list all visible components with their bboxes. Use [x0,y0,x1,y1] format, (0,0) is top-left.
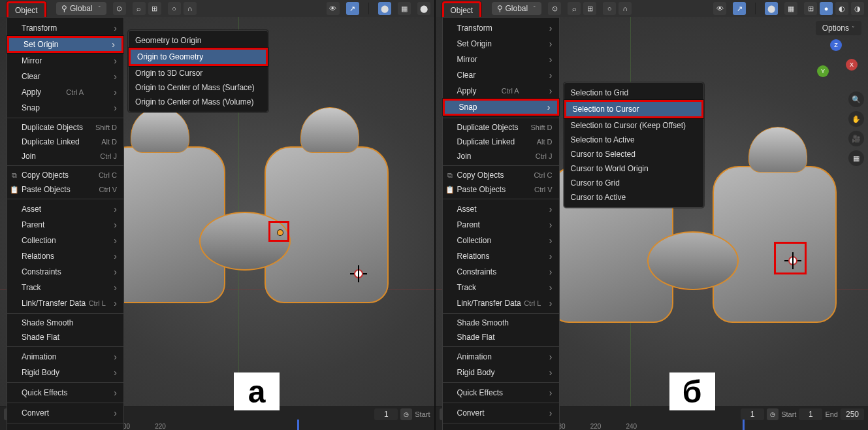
menu-item[interactable]: Relations [443,248,559,264]
menu-item[interactable]: Quick Effects [7,385,123,401]
menu-item[interactable]: Link/Transfer DataCtrl L [443,295,559,311]
menu-item[interactable]: Mirror [7,53,123,69]
menu-item[interactable]: Origin to Center of Mass (Surface) [129,80,268,95]
menu-item[interactable]: Rigid Body [443,365,559,380]
menu-item[interactable]: Mirror [443,52,559,67]
menu-item[interactable]: Show/Hide [7,425,123,430]
hand-icon[interactable]: ✋ [848,111,864,127]
menu-item[interactable]: Parent [443,217,559,233]
menu-item[interactable]: Selection to Active [564,133,703,147]
menu-item[interactable]: Collection [443,233,559,248]
menu-item[interactable]: Cursor to Selected [564,147,703,161]
gizmo-x[interactable]: X [846,59,858,71]
visibility-icon[interactable]: 👁 [327,2,340,15]
orientation-dropdown[interactable]: ⚲Global [492,2,542,15]
wireframe-icon[interactable]: ⊞ [804,2,817,15]
menu-item[interactable]: Convert [7,405,123,421]
menu-item[interactable]: Shade Flat [443,330,559,344]
menu-item[interactable]: Constraints [443,264,559,280]
visibility-icon[interactable]: 👁 [713,2,726,15]
menu-item[interactable]: Asset [443,201,559,217]
timeline-playhead[interactable] [297,420,299,430]
camera-icon[interactable]: 🎥 [848,131,864,146]
menu-item[interactable]: ⧉Copy ObjectsCtrl C [443,168,559,182]
menu-item[interactable]: Geometry to Origin [129,33,268,48]
overlay-toggle[interactable]: ⬤ [378,2,391,15]
menu-item[interactable]: Shade Smooth [443,316,559,330]
menu-item[interactable]: ⧉Copy ObjectsCtrl C [7,168,123,182]
menu-item[interactable]: Link/Transfer DataCtrl L [7,295,123,311]
perspective-icon[interactable]: ▦ [848,150,864,166]
menu-item[interactable]: Origin to 3D Cursor [129,66,268,80]
menu-item[interactable]: Rigid Body [7,365,123,380]
xray-icon[interactable]: ▦ [398,2,411,15]
menu-item[interactable]: Cursor to Active [564,190,703,205]
menu-item[interactable]: Quick Effects [443,385,559,401]
menu-item[interactable]: 📋Paste ObjectsCtrl V [443,182,559,197]
start-field[interactable]: 1 [799,408,822,420]
nav-gizmo[interactable]: Z Y X [817,39,856,78]
menu-item[interactable]: Selection to Cursor (Keep Offset) [564,118,703,133]
menu-item[interactable]: Duplicate LinkedAlt D [443,135,559,149]
menu-item[interactable]: Snap [7,100,123,116]
shading-icon[interactable]: ⬤ [417,2,430,15]
menu-item[interactable]: 📋Paste ObjectsCtrl V [7,182,123,197]
menu-item[interactable]: Constraints [7,264,123,280]
snap-toggle[interactable]: ⌕ [133,2,146,15]
menu-item[interactable]: Cursor to Grid [564,176,703,190]
menu-item[interactable]: Transform [443,20,559,36]
menu-item[interactable]: Asset [7,201,123,217]
menu-item[interactable]: Transform [7,20,123,36]
xray-icon[interactable]: ▦ [784,2,797,15]
pivot-icon[interactable]: ⊙ [548,2,561,15]
gizmo-y[interactable]: Y [817,65,829,77]
menu-item[interactable]: Clear [7,69,123,84]
options-dropdown[interactable]: Options [816,21,861,35]
menu-item[interactable]: Cursor to World Origin [564,161,703,176]
menu-item[interactable]: Duplicate ObjectsShift D [7,120,123,135]
orientation-dropdown[interactable]: ⚲Global [56,2,106,15]
proportional-edit-icon[interactable]: ○ [603,2,616,15]
menu-item[interactable]: Animation [443,349,559,365]
menu-item[interactable]: Selection to Cursor [564,100,703,118]
falloff-icon[interactable]: ∩ [184,2,197,15]
gizmo-toggle[interactable]: ↗ [346,2,359,15]
menu-item[interactable]: Track [7,280,123,295]
menu-item[interactable]: Collection [7,233,123,248]
falloff-icon[interactable]: ∩ [619,2,632,15]
menu-item[interactable]: Snap [443,99,559,116]
menu-item[interactable]: Parent [7,217,123,233]
menu-item[interactable]: Set Origin [7,36,123,53]
menu-item[interactable]: Origin to Geometry [129,48,268,66]
menu-item[interactable]: Duplicate LinkedAlt D [7,135,123,149]
menu-item[interactable]: Duplicate ObjectsShift D [443,120,559,135]
proportional-edit-icon[interactable]: ○ [168,2,181,15]
menu-item[interactable]: Convert [443,405,559,421]
menu-item[interactable]: Shade Smooth [7,316,123,330]
menu-item[interactable]: Relations [7,248,123,264]
menu-item[interactable]: ApplyCtrl A [443,83,559,99]
end-field[interactable]: 250 [841,408,864,420]
clock-icon[interactable]: ◷ [767,408,779,420]
clock-icon[interactable]: ◷ [400,408,412,420]
menu-item[interactable]: Shade Flat [7,330,123,344]
menu-item[interactable]: ApplyCtrl A [7,84,123,100]
snap-mode-icon[interactable]: ⊞ [148,2,161,15]
menu-item[interactable]: JoinCtrl J [7,149,123,163]
menu-item[interactable]: Animation [7,349,123,365]
zoom-icon[interactable]: 🔍 [848,91,864,107]
menu-item[interactable]: Set Origin [443,36,559,52]
menu-item[interactable]: JoinCtrl J [443,149,559,163]
timeline-playhead[interactable] [743,420,745,430]
menu-item[interactable]: Clear [443,67,559,83]
snap-toggle[interactable]: ⌕ [568,2,581,15]
menu-item[interactable]: Origin to Center of Mass (Volume) [129,95,268,109]
gizmo-toggle[interactable]: ↗ [733,2,746,15]
snap-mode-icon[interactable]: ⊞ [583,2,596,15]
overlay-toggle[interactable]: ⬤ [765,2,778,15]
solid-icon[interactable]: ● [820,2,833,15]
frame-field[interactable]: 1 [374,408,398,420]
menu-item[interactable]: Show/Hide [443,425,559,430]
gizmo-z[interactable]: Z [830,39,842,51]
matprev-icon[interactable]: ◐ [835,2,848,15]
